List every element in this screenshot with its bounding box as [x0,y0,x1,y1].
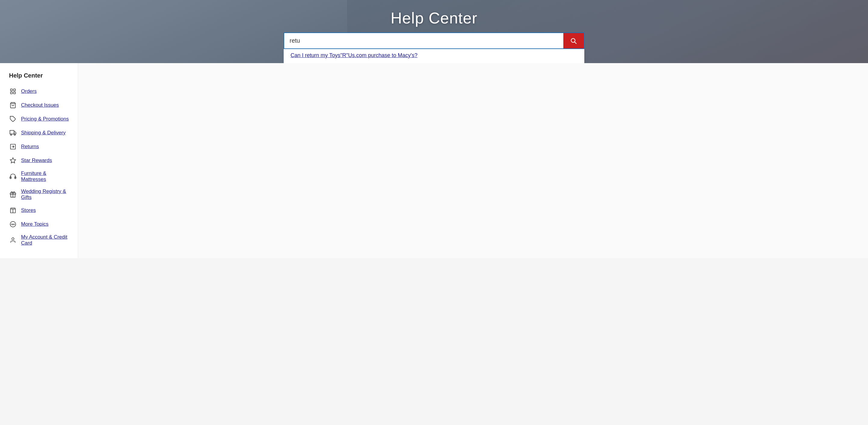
sidebar-item-shipping[interactable]: Shipping & Delivery [9,126,72,140]
sidebar-item-wedding[interactable]: Wedding Registry & Gifts [9,186,72,203]
dropdown-item-0[interactable]: Can I return my Toys"R"Us.com purchase t… [284,49,584,62]
sidebar-item-pricing[interactable]: Pricing & Promotions [9,112,72,126]
svg-point-24 [12,238,14,240]
returns-icon [9,143,17,151]
sidebar-link-orders[interactable]: Orders [21,88,37,94]
svg-point-10 [10,134,12,136]
sidebar-link-pricing[interactable]: Pricing & Promotions [21,116,69,122]
sidebar-link-furniture[interactable]: Furniture & Mattresses [21,170,72,183]
sidebar-title: Help Center [9,72,72,79]
sidebar-item-returns[interactable]: Returns [9,140,72,154]
account-icon [9,236,17,244]
svg-point-21 [11,224,12,225]
search-dropdown: Can I return my Toys"R"Us.com purchase t… [284,49,584,63]
sidebar-link-returns[interactable]: Returns [21,144,39,150]
cart-icon [9,101,17,109]
sidebar: Help Center Orders Checkout Issues Prici… [0,63,78,258]
search-bar [284,32,584,49]
sidebar-link-star-rewards[interactable]: Star Rewards [21,158,52,164]
sidebar-link-account[interactable]: My Account & Credit Card [21,234,72,246]
svg-rect-8 [10,130,14,134]
sidebar-item-star-rewards[interactable]: Star Rewards [9,154,72,167]
main-layout: Help Center Orders Checkout Issues Prici… [0,63,868,258]
search-container: Can I return my Toys"R"Us.com purchase t… [284,32,584,49]
sofa-icon [9,172,17,181]
sidebar-link-checkout[interactable]: Checkout Issues [21,102,59,108]
page-title: Help Center [391,9,477,27]
sidebar-link-stores[interactable]: Stores [21,207,36,214]
sidebar-nav: Orders Checkout Issues Pricing & Promoti… [9,85,72,249]
svg-marker-13 [10,158,16,163]
orders-icon [9,88,17,95]
sidebar-item-orders[interactable]: Orders [9,85,72,98]
sidebar-link-wedding[interactable]: Wedding Registry & Gifts [21,189,72,200]
svg-rect-3 [13,89,16,91]
sidebar-item-furniture[interactable]: Furniture & Mattresses [9,167,72,186]
sidebar-link-shipping[interactable]: Shipping & Delivery [21,130,66,136]
main-content [78,63,868,258]
star-icon [9,157,17,164]
search-button[interactable] [563,33,584,48]
sidebar-item-more-topics[interactable]: More Topics [9,217,72,231]
sidebar-link-more-topics[interactable]: More Topics [21,221,49,227]
dropdown-item-1[interactable]: Need to make a Return? It's Easy! [284,62,584,63]
search-input[interactable] [284,33,563,48]
svg-line-1 [575,42,577,43]
svg-marker-9 [14,132,16,134]
hero-section: Help Center Can I return my Toys"R"Us.co… [0,0,868,63]
tag-icon [9,115,17,123]
more-icon [9,220,17,228]
gift-icon [9,191,17,198]
svg-rect-4 [10,92,12,94]
store-icon [9,206,17,214]
sidebar-item-stores[interactable]: Stores [9,203,72,217]
svg-point-11 [14,134,16,136]
svg-rect-5 [13,92,16,94]
sidebar-item-checkout[interactable]: Checkout Issues [9,98,72,112]
search-icon [570,37,577,44]
truck-icon [9,129,17,137]
svg-rect-2 [10,89,12,91]
svg-point-23 [14,224,15,225]
sidebar-item-account[interactable]: My Account & Credit Card [9,231,72,249]
svg-point-22 [12,224,13,225]
